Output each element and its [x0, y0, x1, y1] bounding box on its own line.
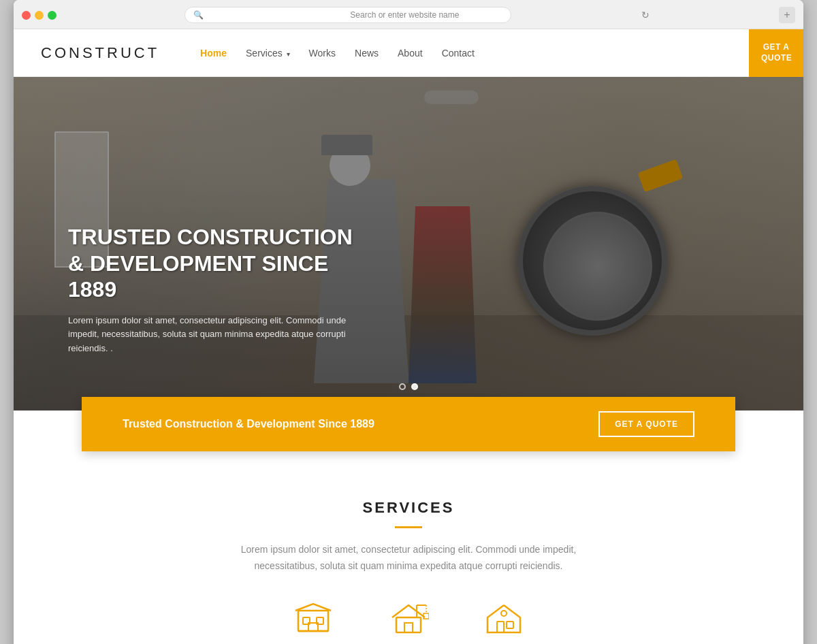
hero-content: TRUSTED CONSTRUCTION & DEVELOPMENT SINCE… [68, 224, 354, 356]
refresh-button[interactable]: ↻ [640, 10, 651, 20]
design-icon [483, 602, 524, 636]
nav-item-home[interactable]: Home [200, 47, 227, 59]
slider-dot-2[interactable] [411, 383, 418, 390]
new-tab-button[interactable]: + [779, 7, 795, 23]
nav-item-works[interactable]: Works [309, 47, 336, 59]
services-title: SERVICES [41, 499, 776, 517]
nav-link-news[interactable]: News [355, 48, 379, 59]
service-item-renovation[interactable] [388, 602, 429, 636]
nav-links: Home Services ▾ Works News About Contact [200, 47, 776, 59]
nav-link-contact[interactable]: Contact [442, 48, 475, 59]
get-quote-button[interactable]: GET A QUOTE [749, 29, 803, 77]
svg-point-13 [501, 611, 507, 616]
nav-link-about[interactable]: About [398, 48, 423, 59]
cta-banner: Trusted Construction & Development Since… [82, 397, 735, 451]
maximize-button-dot[interactable] [48, 11, 57, 20]
website-content: CONSTRUCT Home Services ▾ Works News Abo… [14, 29, 803, 644]
service-item-design[interactable] [483, 602, 524, 636]
nav-item-about[interactable]: About [398, 47, 423, 59]
svg-rect-11 [497, 622, 504, 632]
renovation-icon [388, 602, 429, 636]
services-icons-row [41, 602, 776, 644]
site-logo[interactable]: CONSTRUCT [41, 44, 159, 62]
cta-banner-text: Trusted Construction & Development Since… [123, 418, 374, 430]
browser-chrome: 🔍 Search or enter website name ↻ + [14, 0, 803, 29]
hero-description: Lorem ipsum dolor sit amet, consectetur … [68, 314, 354, 356]
services-divider [395, 526, 422, 528]
nav-link-home[interactable]: Home [200, 48, 227, 59]
minimize-button-dot[interactable] [35, 11, 44, 20]
construction-icon [293, 602, 334, 636]
nav-item-contact[interactable]: Contact [442, 47, 475, 59]
dropdown-arrow-icon: ▾ [287, 50, 290, 58]
services-section: SERVICES Lorem ipsum dolor sit amet, con… [14, 465, 803, 644]
svg-rect-6 [404, 623, 413, 632]
browser-dots [22, 11, 57, 20]
nav-link-services[interactable]: Services ▾ [246, 48, 290, 59]
services-description: Lorem ipsum dolor sit amet, consectetur … [238, 542, 579, 575]
nav-link-works[interactable]: Works [309, 48, 336, 59]
hero-title: TRUSTED CONSTRUCTION & DEVELOPMENT SINCE… [68, 224, 354, 302]
address-text: Search or enter website name [350, 10, 502, 20]
cta-banner-button[interactable]: GET A QUOTE [598, 411, 694, 437]
slider-dot-1[interactable] [399, 383, 406, 390]
nav-item-news[interactable]: News [355, 47, 379, 59]
close-button-dot[interactable] [22, 11, 31, 20]
nav-item-services[interactable]: Services ▾ [246, 47, 290, 59]
browser-window: 🔍 Search or enter website name ↻ + CONST… [14, 0, 803, 644]
svg-rect-12 [507, 622, 513, 628]
slider-dots [399, 383, 418, 390]
search-icon: 🔍 [193, 10, 346, 20]
navbar: CONSTRUCT Home Services ▾ Works News Abo… [14, 29, 803, 77]
address-bar[interactable]: 🔍 Search or enter website name [185, 7, 511, 23]
svg-rect-5 [396, 617, 421, 632]
service-item-construction[interactable] [293, 602, 334, 636]
hero-section: TRUSTED CONSTRUCTION & DEVELOPMENT SINCE… [14, 77, 803, 410]
